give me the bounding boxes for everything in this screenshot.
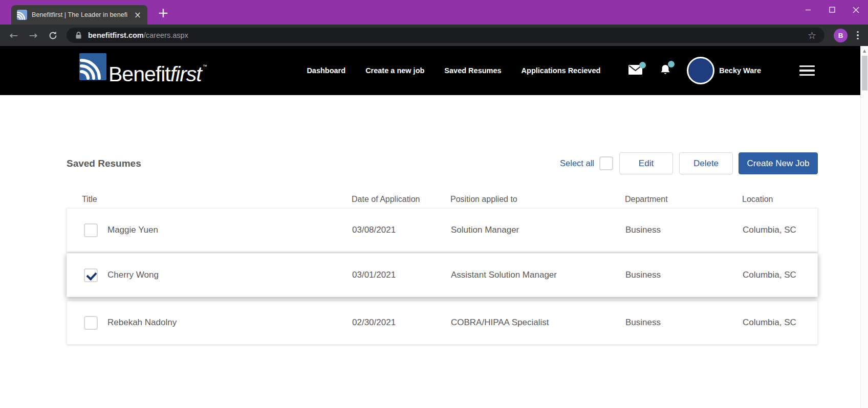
nav-saved-resumes[interactable]: Saved Resumes: [444, 66, 501, 75]
mail-notification-dot: [639, 62, 646, 69]
table-row[interactable]: Cherry Wong 03/01/2021 Assistant Solutio…: [67, 253, 818, 297]
create-new-job-button[interactable]: Create New Job: [739, 152, 818, 174]
row-position: Assistant Solution Manager: [451, 270, 625, 280]
browser-toolbar: ← → benefitfirst.com /careers.aspx ☆ B: [0, 25, 868, 46]
back-button[interactable]: ←: [5, 27, 23, 44]
minimize-button[interactable]: [796, 0, 820, 19]
benefitfirst-favicon: [17, 10, 27, 20]
header-icons: Becky Ware: [628, 57, 815, 84]
web-page: ▲ Benefitfirst™ Dashboard: [0, 46, 868, 408]
url-path: /careers.aspx: [144, 31, 188, 39]
delete-button[interactable]: Delete: [679, 152, 733, 174]
scrollbar-up-icon[interactable]: ▲: [861, 46, 868, 53]
user-name: Becky Ware: [719, 66, 761, 75]
table-header-row: Title Date of Application Position appli…: [67, 195, 818, 204]
url-domain: benefitfirst.com: [88, 31, 144, 39]
row-checkbox[interactable]: [84, 268, 98, 282]
select-all-checkbox[interactable]: [599, 156, 613, 170]
row-department: Business: [625, 270, 743, 280]
column-header-location: Location: [742, 195, 818, 204]
table-row[interactable]: Maggie Yuen 03/08/2021 Solution Manager …: [67, 208, 818, 252]
column-header-title: Title: [67, 195, 352, 204]
row-location: Columbia, SC: [743, 318, 817, 328]
window-controls: [796, 0, 868, 19]
row-location: Columbia, SC: [743, 270, 817, 280]
lock-icon: [75, 31, 82, 39]
row-position: COBRA/HIPAA Specialist: [451, 318, 625, 328]
address-bar[interactable]: benefitfirst.com /careers.aspx ☆: [67, 28, 824, 43]
nav-applications-received[interactable]: Applications Recieved: [522, 66, 601, 75]
nav-dashboard[interactable]: Dashboard: [307, 66, 345, 75]
benefitfirst-logo[interactable]: Benefitfirst™: [79, 53, 207, 88]
page-title: Saved Resumes: [67, 158, 141, 169]
forward-button[interactable]: →: [25, 27, 42, 44]
row-location: Columbia, SC: [743, 225, 817, 235]
scrollbar-thumb[interactable]: [862, 56, 867, 90]
brand-name: Benefitfirst™: [108, 53, 207, 88]
benefitfirst-logo-icon: [79, 53, 106, 80]
select-all-label: Select all: [560, 158, 594, 168]
user-avatar[interactable]: [687, 57, 714, 84]
column-header-date: Date of Application: [352, 195, 450, 204]
row-date: 03/08/2021: [352, 225, 451, 235]
row-title: Maggie Yuen: [107, 225, 158, 235]
bell-notification-dot: [668, 61, 675, 67]
messages-button[interactable]: [628, 65, 642, 77]
row-checkbox[interactable]: [84, 223, 98, 237]
row-department: Business: [625, 318, 743, 328]
column-header-position: Position applied to: [450, 195, 625, 204]
resume-rows: Maggie Yuen 03/08/2021 Solution Manager …: [67, 208, 818, 345]
row-date: 03/01/2021: [352, 270, 451, 280]
browser-window: Benefitfirst | The Leader in benefi × + …: [0, 0, 868, 408]
reload-button[interactable]: [44, 27, 61, 44]
maximize-button[interactable]: [820, 0, 844, 19]
row-department: Business: [625, 225, 743, 235]
bookmark-star-icon[interactable]: ☆: [808, 30, 816, 41]
row-date: 02/30/2021: [352, 318, 451, 328]
row-title: Rebekah Nadolny: [107, 318, 177, 328]
row-title: Cherry Wong: [107, 270, 159, 280]
table-controls: Select all Edit Delete Create New Job: [560, 152, 818, 174]
main-content: Saved Resumes Select all Edit Delete Cre…: [0, 152, 868, 345]
edit-button[interactable]: Edit: [619, 152, 673, 174]
site-nav: Dashboard Create a new job Saved Resumes…: [307, 66, 600, 75]
browser-titlebar: Benefitfirst | The Leader in benefi × +: [0, 0, 868, 25]
browser-tab[interactable]: Benefitfirst | The Leader in benefi ×: [11, 5, 147, 25]
row-checkbox[interactable]: [84, 316, 98, 330]
notifications-button[interactable]: [660, 64, 671, 78]
hamburger-menu-icon[interactable]: [799, 65, 815, 76]
nav-create-new-job[interactable]: Create a new job: [365, 66, 424, 75]
trademark: ™: [203, 64, 207, 69]
close-button[interactable]: [844, 0, 868, 19]
column-header-department: Department: [625, 195, 742, 204]
row-position: Solution Manager: [451, 225, 625, 235]
site-header: Benefitfirst™ Dashboard Create a new job…: [0, 46, 860, 95]
browser-menu-icon[interactable]: [853, 29, 863, 42]
table-row[interactable]: Rebekah Nadolny 02/30/2021 COBRA/HIPAA S…: [67, 301, 818, 345]
browser-profile-avatar[interactable]: B: [834, 29, 848, 42]
page-scrollbar[interactable]: ▲: [860, 46, 868, 408]
new-tab-button[interactable]: +: [158, 6, 169, 19]
tab-title: Benefitfirst | The Leader in benefi: [32, 11, 128, 18]
tab-close-icon[interactable]: ×: [133, 11, 142, 19]
